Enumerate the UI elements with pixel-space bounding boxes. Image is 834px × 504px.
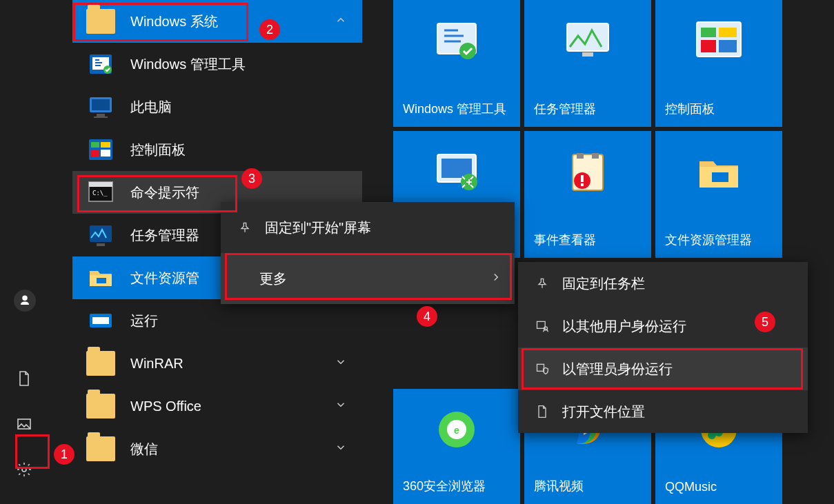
tile-control-panel[interactable]: 控制面板	[655, 0, 782, 127]
chevron-down-icon	[335, 399, 347, 414]
cmd-icon: C:\_	[86, 178, 115, 207]
ctx-label: 打开文件位置	[562, 403, 645, 421]
user-avatar[interactable]	[14, 290, 36, 312]
tile-label: 腾讯视频	[534, 478, 584, 494]
ctx-open-location[interactable]: 打开文件位置	[518, 390, 808, 433]
taskmgr-icon	[86, 221, 115, 250]
ctx-label: 固定到任务栏	[562, 274, 645, 293]
ctx-pin-to-taskbar[interactable]: 固定到任务栏	[518, 262, 808, 305]
tile-explorer[interactable]: 文件资源管理器	[655, 131, 782, 258]
context-menu: 固定到"开始"屏幕 更多	[221, 202, 515, 304]
pin-icon	[535, 276, 550, 291]
chevron-up-icon	[335, 14, 347, 30]
app-label: Windows 系统	[130, 12, 218, 31]
pictures-icon[interactable]	[10, 410, 38, 438]
folder-icon	[86, 349, 115, 378]
svg-rect-42	[712, 172, 728, 182]
app-row-wechat[interactable]: 微信	[72, 427, 362, 470]
app-label: 微信	[130, 440, 158, 458]
app-label: 文件资源管	[130, 269, 199, 288]
svg-rect-18	[97, 243, 105, 246]
app-label: WPS Office	[130, 399, 201, 414]
svg-rect-11	[101, 142, 110, 148]
annotation-circle-1: 1	[54, 444, 75, 465]
svg-rect-26	[582, 52, 593, 57]
other-user-icon	[535, 319, 550, 334]
this-pc-icon	[86, 92, 115, 121]
tile-event-viewer[interactable]: 事件查看器	[524, 131, 651, 258]
context-submenu: 固定到任务栏 以其他用户身份运行 以管理员身份运行 打开文件位置	[518, 262, 808, 433]
svg-point-1	[22, 467, 26, 472]
svg-rect-36	[577, 153, 584, 159]
app-label: 任务管理器	[130, 226, 199, 245]
app-label: Windows 管理工具	[130, 55, 246, 74]
tile-label: QQMusic	[665, 480, 717, 494]
ctx-more[interactable]: 更多	[221, 253, 515, 304]
app-label: WinRAR	[130, 356, 183, 372]
tile-label: Windows 管理工具	[403, 101, 506, 117]
ctx-label: 以其他用户身份运行	[562, 317, 686, 336]
chevron-down-icon	[335, 441, 347, 457]
event-viewer-icon	[563, 152, 613, 193]
ctx-label: 更多	[259, 270, 287, 288]
svg-rect-22	[92, 317, 109, 324]
svg-rect-31	[719, 40, 737, 52]
control-panel-icon	[86, 135, 115, 164]
folder-icon	[86, 7, 115, 36]
ctx-pin-to-start[interactable]: 固定到"开始"屏幕	[221, 202, 515, 253]
ctx-label: 固定到"开始"屏幕	[265, 219, 371, 237]
folder-icon	[86, 434, 115, 463]
pin-icon	[237, 220, 252, 235]
app-row-admin-tools[interactable]: Windows 管理工具	[72, 43, 362, 85]
svg-rect-7	[97, 114, 105, 117]
explorer-icon	[694, 152, 744, 193]
app-row-run[interactable]: 运行	[72, 299, 362, 342]
svg-text:C:\_: C:\_	[92, 190, 108, 196]
app-row-control-panel[interactable]: 控制面板	[72, 128, 362, 171]
run-icon	[86, 306, 115, 335]
tile-admin-tools[interactable]: Windows 管理工具	[393, 0, 520, 127]
documents-icon[interactable]	[10, 365, 38, 392]
taskmgr-icon	[563, 21, 613, 62]
app-label: 命令提示符	[130, 183, 199, 202]
360-icon: e	[434, 407, 479, 452]
chevron-down-icon	[335, 356, 347, 372]
ctx-run-as-admin[interactable]: 以管理员身份运行	[518, 347, 808, 390]
tile-360[interactable]: e 360安全浏览器	[393, 389, 520, 504]
tile-label: 360安全浏览器	[403, 478, 486, 494]
svg-rect-37	[592, 153, 599, 159]
folder-icon	[86, 392, 115, 421]
tile-label: 事件查看器	[534, 232, 596, 248]
start-left-rail	[0, 0, 48, 504]
chevron-right-icon	[490, 271, 502, 287]
svg-text:e: e	[454, 425, 459, 436]
admin-tools-icon	[432, 21, 481, 62]
tile-label: 文件资源管理器	[665, 232, 752, 248]
app-label: 运行	[130, 312, 158, 330]
app-row-this-pc[interactable]: 此电脑	[72, 85, 362, 128]
app-label: 此电脑	[130, 98, 172, 117]
app-row-winrar[interactable]: WinRAR	[72, 342, 362, 385]
svg-rect-8	[94, 117, 108, 118]
svg-rect-30	[701, 40, 716, 52]
svg-rect-40	[581, 183, 584, 186]
svg-rect-39	[581, 175, 584, 182]
app-row-windows-system[interactable]: Windows 系统	[72, 0, 362, 43]
svg-rect-20	[97, 278, 106, 283]
tile-label: 任务管理器	[534, 101, 596, 117]
tile-taskmgr[interactable]: 任务管理器	[524, 0, 651, 127]
svg-rect-15	[89, 182, 112, 187]
svg-rect-12	[91, 150, 99, 157]
annotation-circle-4: 4	[417, 306, 437, 327]
control-panel-icon	[694, 21, 744, 62]
admin-shield-icon	[535, 361, 550, 376]
svg-rect-13	[101, 150, 110, 157]
settings-icon[interactable]	[10, 456, 38, 483]
rdp-icon	[432, 152, 481, 193]
admin-tools-icon	[86, 50, 115, 79]
tile-label: 控制面板	[665, 101, 715, 117]
ctx-run-as-other[interactable]: 以其他用户身份运行	[518, 305, 808, 347]
app-label: 控制面板	[130, 141, 186, 159]
app-row-wps[interactable]: WPS Office	[72, 385, 362, 427]
explorer-icon	[86, 263, 115, 292]
